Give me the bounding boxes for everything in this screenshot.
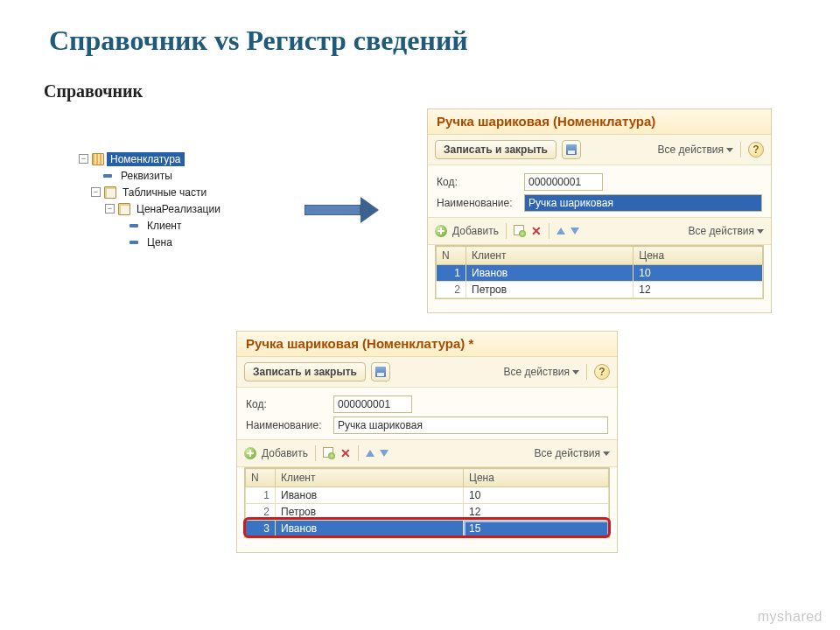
table-row[interactable]: 1 Иванов 10 bbox=[246, 487, 609, 504]
catalog-icon bbox=[92, 153, 104, 165]
form-toolbar: Записать и закрыть Все действия ? bbox=[237, 357, 617, 388]
form-panel-top: Ручка шариковая (Номенклатура) Записать … bbox=[427, 108, 772, 313]
col-price[interactable]: Цена bbox=[634, 247, 763, 265]
save-close-button[interactable]: Записать и закрыть bbox=[244, 362, 366, 382]
attribute-icon bbox=[103, 174, 112, 178]
col-n[interactable]: N bbox=[246, 469, 276, 487]
arrow-icon bbox=[304, 198, 378, 222]
col-price[interactable]: Цена bbox=[464, 469, 609, 487]
save-button[interactable] bbox=[371, 362, 390, 382]
disk-icon bbox=[375, 367, 386, 377]
tree-node-attrs[interactable]: Реквизиты bbox=[117, 169, 176, 183]
tree-node-price[interactable]: Цена bbox=[144, 235, 176, 249]
tree-collapse-icon[interactable]: − bbox=[79, 154, 88, 164]
price-grid[interactable]: N Клиент Цена 1 Иванов 10 2 Петров 12 bbox=[435, 245, 764, 299]
disk-icon bbox=[566, 144, 577, 155]
form-title: Ручка шариковая (Номенклатура) bbox=[428, 109, 771, 135]
help-icon[interactable]: ? bbox=[748, 142, 764, 158]
chevron-down-icon bbox=[572, 370, 579, 374]
move-up-icon[interactable] bbox=[556, 228, 565, 234]
page-title: Справочник vs Регистр сведений bbox=[0, 0, 840, 66]
clone-icon[interactable] bbox=[323, 447, 335, 459]
clone-icon[interactable] bbox=[514, 225, 526, 237]
all-actions-menu[interactable]: Все действия bbox=[504, 366, 579, 378]
col-client[interactable]: Клиент bbox=[466, 247, 634, 265]
grid-toolbar: Добавить ✕ Все действия bbox=[237, 439, 617, 467]
name-input[interactable] bbox=[333, 416, 608, 434]
table-row[interactable]: 1 Иванов 10 bbox=[437, 265, 763, 282]
watermark: myshared bbox=[758, 609, 822, 625]
name-label: Наименование: bbox=[246, 419, 333, 431]
config-tree: − Номенклатура Реквизиты − Табличные час… bbox=[79, 150, 224, 250]
help-icon[interactable]: ? bbox=[594, 364, 610, 380]
tabular-sections-icon bbox=[104, 186, 116, 199]
tabular-section-icon bbox=[118, 203, 130, 215]
tree-collapse-icon[interactable]: − bbox=[91, 187, 101, 197]
tree-node-tabular[interactable]: Табличные части bbox=[119, 186, 210, 200]
tree-node-price-tab[interactable]: ЦенаРеализации bbox=[133, 202, 224, 216]
chevron-down-icon bbox=[603, 452, 610, 456]
table-row[interactable]: 3 Иванов 15 bbox=[246, 521, 609, 537]
add-icon bbox=[244, 447, 256, 459]
tree-node-client[interactable]: Клиент bbox=[144, 219, 186, 233]
form-panel-bottom: Ручка шариковая (Номенклатура) * Записат… bbox=[236, 331, 618, 553]
name-label: Наименование: bbox=[437, 197, 524, 209]
code-input[interactable] bbox=[524, 173, 603, 191]
form-title: Ручка шариковая (Номенклатура) * bbox=[237, 332, 617, 357]
delete-icon[interactable]: ✕ bbox=[340, 446, 351, 460]
all-actions-menu[interactable]: Все действия bbox=[658, 144, 733, 156]
add-row-button[interactable]: Добавить bbox=[262, 447, 308, 459]
form-toolbar: Записать и закрыть Все действия ? bbox=[428, 135, 771, 165]
grid-toolbar: Добавить ✕ Все действия bbox=[428, 217, 771, 245]
chevron-down-icon bbox=[757, 229, 764, 234]
col-client[interactable]: Клиент bbox=[276, 469, 464, 487]
tree-node-root[interactable]: Номенклатура bbox=[107, 152, 185, 166]
name-input[interactable]: Ручка шариковая bbox=[524, 194, 762, 212]
delete-icon[interactable]: ✕ bbox=[531, 224, 542, 238]
move-down-icon[interactable] bbox=[570, 228, 579, 234]
all-actions-menu[interactable]: Все действия bbox=[689, 225, 764, 237]
chevron-down-icon bbox=[726, 148, 733, 152]
col-n[interactable]: N bbox=[437, 247, 466, 265]
table-row[interactable]: 2 Петров 12 bbox=[246, 504, 609, 521]
code-input[interactable] bbox=[333, 396, 412, 413]
table-row[interactable]: 2 Петров 12 bbox=[437, 282, 763, 298]
add-icon bbox=[435, 225, 447, 237]
section-subtitle: Справочник bbox=[0, 66, 840, 105]
price-grid[interactable]: N Клиент Цена 1 Иванов 10 2 Петров 12 3 … bbox=[244, 467, 610, 538]
all-actions-menu[interactable]: Все действия bbox=[535, 447, 610, 459]
add-row-button[interactable]: Добавить bbox=[452, 225, 499, 237]
move-down-icon[interactable] bbox=[380, 450, 388, 457]
attribute-icon bbox=[130, 241, 138, 244]
code-label: Код: bbox=[437, 176, 524, 188]
attribute-icon bbox=[130, 224, 138, 228]
code-label: Код: bbox=[246, 398, 333, 410]
save-button[interactable] bbox=[562, 140, 581, 159]
tree-collapse-icon[interactable]: − bbox=[105, 204, 115, 214]
save-close-button[interactable]: Записать и закрыть bbox=[435, 140, 556, 159]
move-up-icon[interactable] bbox=[366, 450, 374, 457]
